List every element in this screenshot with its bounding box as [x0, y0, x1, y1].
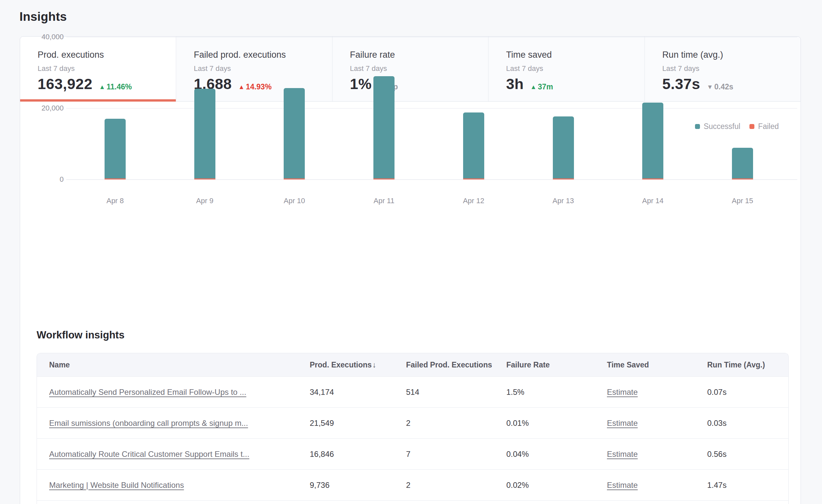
- run-time-cell: 0.03s: [707, 419, 789, 428]
- metric-card-run-time-avg[interactable]: Run time (avg.)Last 7 days5.37s▼0.42s: [645, 37, 801, 101]
- metric-card-delta-value: 14.93%: [246, 82, 272, 91]
- insights-panel: SuccessfulFailed020,00040,000Apr 8Apr 9A…: [20, 102, 801, 504]
- table-row: Automatically Route Critical Customer Su…: [37, 438, 788, 469]
- bar-successful-apr-11[interactable]: [373, 76, 395, 178]
- bar-failed-apr-11[interactable]: [373, 178, 395, 179]
- table-row: Automatically Send Personalized Email Fo…: [37, 376, 788, 407]
- trend-up-icon: ▲: [530, 84, 537, 90]
- metric-card-delta: ▲11.46%: [99, 82, 132, 91]
- failed-prod-executions-cell: 2: [406, 481, 506, 490]
- column-header-run-time-avg-[interactable]: Run Time (Avg.): [707, 361, 789, 370]
- prod-executions-cell: 21,549: [310, 419, 406, 428]
- bar-failed-apr-9[interactable]: [194, 178, 216, 179]
- column-header-name[interactable]: Name: [37, 361, 310, 370]
- gridline-0: [66, 179, 797, 180]
- metric-card-time-saved[interactable]: Time savedLast 7 days3h▲37m: [488, 37, 644, 101]
- prod-executions-cell: 34,174: [310, 388, 406, 397]
- bar-successful-apr-8[interactable]: [104, 119, 126, 178]
- metric-card-value: 3h: [506, 75, 524, 93]
- table-row-partial: [37, 500, 788, 504]
- run-time-cell: 1.47s: [707, 481, 789, 490]
- y-axis-tick: 20,000: [23, 104, 64, 112]
- x-axis-tick: Apr 14: [625, 196, 681, 205]
- metric-card-delta-value: 0.42s: [715, 82, 734, 91]
- failed-prod-executions-cell: 7: [406, 450, 506, 459]
- metric-card-delta: ▲37m: [530, 82, 553, 91]
- bar-successful-apr-15[interactable]: [732, 148, 753, 178]
- metric-card-value-row: 163,922▲11.46%: [38, 75, 132, 93]
- x-axis-tick: Apr 9: [177, 196, 233, 205]
- bar-failed-apr-8[interactable]: [104, 178, 126, 179]
- failed-prod-executions-cell: 2: [406, 419, 506, 428]
- legend-item-failed[interactable]: Failed: [749, 122, 779, 131]
- bar-failed-apr-15[interactable]: [732, 178, 753, 179]
- metric-card-value: 163,922: [38, 75, 92, 93]
- run-time-cell: 0.07s: [707, 388, 789, 397]
- gridline-20000: [66, 108, 797, 108]
- legend-swatch-successful: [695, 124, 700, 129]
- failure-rate-cell: 0.01%: [506, 419, 607, 428]
- column-header-prod-executions[interactable]: Prod. Executions↓: [310, 361, 406, 370]
- executions-bar-chart: SuccessfulFailed020,00040,000Apr 8Apr 9A…: [20, 102, 801, 333]
- metric-card-title: Failure rate: [350, 50, 482, 60]
- metric-card-failure-rate[interactable]: Failure rateLast 7 days1%▶0pp: [332, 37, 488, 101]
- workflow-name-link[interactable]: Marketing | Website Build Notifications: [49, 481, 184, 489]
- metric-card-subtitle: Last 7 days: [662, 64, 794, 73]
- chart-legend: SuccessfulFailed: [695, 122, 779, 131]
- column-header-failed-prod-executions[interactable]: Failed Prod. Executions: [406, 361, 506, 370]
- failure-rate-cell: 0.04%: [506, 450, 607, 459]
- metric-card-subtitle: Last 7 days: [506, 64, 638, 73]
- time-saved-cell: Estimate: [607, 450, 707, 459]
- x-axis-tick: Apr 13: [535, 196, 591, 205]
- legend-swatch-failed: [749, 124, 754, 129]
- workflow-name-link[interactable]: Automatically Send Personalized Email Fo…: [49, 388, 247, 397]
- workflow-name-cell: Email sumissions (onboarding call prompt…: [37, 419, 310, 428]
- metric-card-subtitle: Last 7 days: [193, 64, 325, 73]
- time-saved-cell: Estimate: [607, 481, 707, 490]
- metric-card-value: 1%: [350, 75, 372, 93]
- trend-down-icon: ▼: [707, 84, 713, 90]
- bar-successful-apr-9[interactable]: [194, 89, 216, 178]
- x-axis-tick: Apr 10: [266, 196, 322, 205]
- x-axis-tick: Apr 15: [715, 196, 771, 205]
- table-row: Marketing | Website Build Notifications9…: [37, 469, 788, 500]
- workflow-name-link[interactable]: Automatically Route Critical Customer Su…: [49, 450, 250, 459]
- bar-successful-apr-12[interactable]: [463, 112, 484, 178]
- bar-failed-apr-12[interactable]: [463, 178, 484, 179]
- prod-executions-cell: 9,736: [310, 481, 406, 490]
- estimate-link[interactable]: Estimate: [607, 419, 638, 428]
- legend-item-successful[interactable]: Successful: [695, 122, 740, 131]
- x-axis-tick: Apr 12: [446, 196, 502, 205]
- run-time-cell: 0.56s: [707, 450, 789, 459]
- column-header-time-saved[interactable]: Time Saved: [607, 361, 707, 370]
- legend-label: Successful: [704, 122, 740, 131]
- bar-failed-apr-13[interactable]: [553, 178, 574, 179]
- metric-card-prod-executions[interactable]: Prod. executionsLast 7 days163,922▲11.46…: [20, 37, 176, 101]
- estimate-link[interactable]: Estimate: [607, 481, 638, 489]
- prod-executions-cell: 16,846: [310, 450, 406, 459]
- metric-card-subtitle: Last 7 days: [38, 64, 169, 73]
- estimate-link[interactable]: Estimate: [607, 388, 638, 397]
- metric-card-title: Failed prod. executions: [193, 50, 325, 60]
- gridline-40000: [66, 37, 797, 37]
- metric-card-subtitle: Last 7 days: [350, 64, 482, 73]
- metric-card-delta: ▲14.93%: [239, 82, 272, 91]
- bar-successful-apr-13[interactable]: [553, 116, 574, 178]
- failure-rate-cell: 1.5%: [506, 388, 607, 397]
- bar-failed-apr-10[interactable]: [284, 178, 305, 179]
- column-header-failure-rate[interactable]: Failure Rate: [506, 361, 607, 370]
- bar-successful-apr-14[interactable]: [642, 103, 663, 178]
- failure-rate-cell: 0.02%: [506, 481, 607, 490]
- trend-up-icon: ▲: [99, 84, 105, 90]
- bar-successful-apr-10[interactable]: [284, 88, 305, 178]
- legend-label: Failed: [758, 122, 779, 131]
- workflow-insights-table: NameProd. Executions↓Failed Prod. Execut…: [37, 353, 789, 504]
- workflow-insights-heading: Workflow insights: [37, 329, 124, 341]
- metric-card-value: 5.37s: [662, 75, 700, 93]
- metric-card-value-row: 3h▲37m: [506, 75, 553, 93]
- bar-failed-apr-14[interactable]: [642, 178, 663, 179]
- workflow-name-link[interactable]: Email sumissions (onboarding call prompt…: [49, 419, 248, 428]
- page-title: Insights: [19, 10, 67, 24]
- estimate-link[interactable]: Estimate: [607, 450, 638, 459]
- failed-prod-executions-cell: 514: [406, 388, 506, 397]
